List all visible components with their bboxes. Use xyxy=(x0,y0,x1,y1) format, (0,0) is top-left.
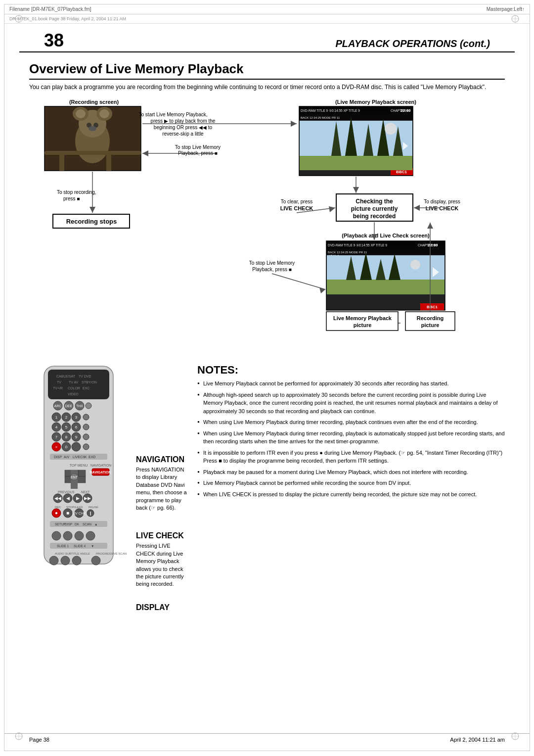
svg-text:picture currently: picture currently xyxy=(351,205,398,212)
svg-text:VIDEO: VIDEO xyxy=(68,392,79,396)
svg-text:3: 3 xyxy=(75,415,78,420)
svg-text:BACK  12:34:25    MODE  PR 11: BACK 12:34:25 MODE PR 11 xyxy=(328,251,367,254)
note-item: Although high-speed search up to approxi… xyxy=(197,391,505,416)
svg-marker-74 xyxy=(414,205,420,211)
page-number: 38 xyxy=(44,32,64,49)
remote-section: CABLE/SAT TV DVD TV TV AV STBY/ON TV+/R … xyxy=(29,364,187,612)
svg-text:7: 7 xyxy=(55,435,58,439)
svg-text:DISP: DISP xyxy=(65,522,72,526)
svg-rect-85 xyxy=(327,280,445,294)
intro-text: You can play back a programme you are re… xyxy=(29,83,505,92)
svg-point-200 xyxy=(52,531,61,540)
svg-text:TV+/R: TV+/R xyxy=(53,386,63,390)
svg-text:THX: THX xyxy=(76,404,83,408)
svg-text:STBY/ON: STBY/ON xyxy=(82,380,97,384)
svg-point-201 xyxy=(63,531,72,540)
svg-text:picture: picture xyxy=(354,322,372,328)
svg-text:LIV CHK: LIV CHK xyxy=(72,512,86,515)
svg-text:COLOR: COLOR xyxy=(68,386,80,390)
svg-text:▶▶: ▶▶ xyxy=(84,496,91,501)
svg-point-125 xyxy=(86,403,91,409)
svg-point-90 xyxy=(410,260,420,270)
svg-point-202 xyxy=(75,531,84,540)
svg-text:9: 9 xyxy=(75,435,78,439)
live-check-label: LIVE CHECK xyxy=(136,531,187,540)
note-item: It is impossible to perform ITR even if … xyxy=(197,449,505,465)
svg-point-23 xyxy=(89,126,96,131)
svg-text:To stop Live Memory: To stop Live Memory xyxy=(249,260,295,266)
svg-point-153 xyxy=(83,444,89,450)
note-item: Playback may be paused for a moment duri… xyxy=(197,468,505,476)
navigation-desc: Press NAVIGATION to display Library Data… xyxy=(136,466,187,512)
svg-text:6: 6 xyxy=(75,425,78,429)
svg-rect-25 xyxy=(59,155,64,171)
live-check-desc: Pressing LIVE CHECK during Live Memory P… xyxy=(136,542,187,588)
svg-point-139 xyxy=(83,424,89,430)
svg-text:press ■: press ■ xyxy=(63,196,80,201)
svg-text:0: 0 xyxy=(65,445,68,449)
svg-text:EXC: EXC xyxy=(83,386,89,390)
note-item: Live Memory Playback cannot be performed… xyxy=(197,379,505,388)
note-item: Live Memory Playback cannot be performed… xyxy=(197,479,505,487)
notes-section: NOTES: Live Memory Playback cannot be pe… xyxy=(197,364,505,612)
svg-point-132 xyxy=(83,414,89,420)
svg-rect-26 xyxy=(106,152,111,171)
svg-text:PREVIOUS: PREVIOUS xyxy=(58,490,75,494)
svg-text:(Recording screen): (Recording screen) xyxy=(69,99,119,105)
svg-point-152 xyxy=(72,442,81,451)
svg-text:beginning OR press ◀◀ to: beginning OR press ◀◀ to xyxy=(154,125,213,130)
svg-text:DVD-RAM  TITLE 9  ①0:14:55  XP: DVD-RAM TITLE 9 ①0:14:55 XP TITLE 9 xyxy=(301,109,360,112)
svg-text:TV   DVD: TV DVD xyxy=(79,375,91,378)
svg-text:To clear, press: To clear, press xyxy=(281,199,312,204)
svg-text:picture: picture xyxy=(421,322,440,328)
svg-text:To display, press: To display, press xyxy=(424,199,460,204)
svg-text:PAUSE: PAUSE xyxy=(89,506,98,509)
svg-text:(Playback and Live Check scree: (Playback and Live Check screen) xyxy=(342,233,430,238)
svg-text:SLIDE 4: SLIDE 4 xyxy=(74,544,86,548)
notes-list: Live Memory Playback cannot be performed… xyxy=(197,379,505,498)
main-title: Overview of Live Memory Playback xyxy=(29,61,505,80)
section-title: PLAYBACK OPERATIONS (cont.) xyxy=(335,38,490,49)
svg-marker-48 xyxy=(142,150,148,156)
svg-text:REC: REC xyxy=(55,506,61,509)
svg-text:LIVECIIK: LIVECIIK xyxy=(73,455,87,459)
svg-point-20 xyxy=(99,109,109,118)
svg-text:▶: ▶ xyxy=(76,496,80,501)
svg-point-203 xyxy=(86,531,95,540)
note-item: When using Live Memory Playback during t… xyxy=(197,418,505,426)
notes-title: NOTES: xyxy=(197,364,505,377)
svg-text:ENT: ENT xyxy=(71,475,78,479)
corner-mark-tl xyxy=(14,14,23,23)
svg-text:●: ● xyxy=(55,510,58,516)
svg-text:STOP/LEAD: STOP/LEAD xyxy=(66,506,83,509)
svg-text:8: 8 xyxy=(65,435,68,439)
svg-text:BBC1: BBC1 xyxy=(396,170,407,174)
svg-marker-56 xyxy=(89,207,95,213)
corner-mark-tr xyxy=(511,14,520,23)
svg-text:NAVIGATION: NAVIGATION xyxy=(90,471,111,474)
svg-text:reverse-skip a little: reverse-skip a little xyxy=(162,131,204,137)
filename: Filename [DR-M7EK_07Playback.fm] xyxy=(9,6,91,12)
svg-text:PROGRESSIVE SCAN: PROGRESSIVE SCAN xyxy=(96,552,127,555)
svg-text:NEXT: NEXT xyxy=(81,490,89,494)
svg-text:DISP: DISP xyxy=(54,455,62,459)
svg-text:22:00: 22:00 xyxy=(428,243,438,247)
svg-point-212 xyxy=(72,556,81,565)
svg-text:Recording: Recording xyxy=(417,315,444,321)
svg-text:◀◀: ◀◀ xyxy=(54,496,61,501)
svg-rect-37 xyxy=(300,156,412,170)
svg-text:EXD: EXD xyxy=(89,455,95,459)
svg-point-213 xyxy=(91,556,100,565)
svg-marker-46 xyxy=(291,121,297,127)
svg-text:being recorded: being recorded xyxy=(353,213,396,220)
svg-marker-106 xyxy=(427,223,433,229)
svg-point-19 xyxy=(76,109,86,118)
navigation-label: NAVIGATION xyxy=(136,455,187,464)
svg-text:DVD-RAM  TITLE 9  ①0:14:55  XP: DVD-RAM TITLE 9 ①0:14:55 XP TITLE 9 xyxy=(328,243,387,247)
note-item: When using Live Memory Playback during t… xyxy=(197,429,505,446)
svg-text:SETUP: SETUP xyxy=(55,522,66,526)
svg-text:(Live Memory Playback screen): (Live Memory Playback screen) xyxy=(335,99,416,105)
note-item: When LIVE CHECK is pressed to display th… xyxy=(197,490,505,499)
svg-text:DEE: DEE xyxy=(65,404,73,408)
svg-text:LIVE CHECK: LIVE CHECK xyxy=(426,205,459,211)
